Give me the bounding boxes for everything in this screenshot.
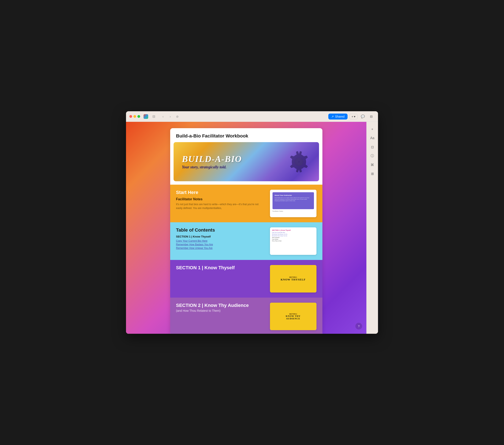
toc-section1-label: SECTION 1 | Know Thyself — [176, 235, 266, 238]
browser-window: ⊟ ‹ › ⊘ ↗ Shared + ▾ 💬 ⊟ Build-a- — [126, 111, 378, 334]
toc-section: Table of Contents SECTION 1 | Know Thyse… — [170, 222, 323, 260]
close-button[interactable] — [129, 115, 132, 118]
thumb-footer-label: Facilitator Notes — [272, 209, 314, 212]
section2-content: SECTION 2 | Know Thy Audience (and How T… — [176, 303, 266, 312]
thumb-toc-item-1: Copy Your Current Bio Here — [272, 232, 314, 233]
toc-item-3[interactable]: Remember How Unique You Are — [176, 247, 266, 250]
hero-text: BUILD-A-BIO Your story, strategically to… — [182, 154, 242, 169]
traffic-lights — [129, 115, 140, 118]
minimize-button[interactable] — [133, 115, 136, 118]
share-icon: ↗ — [331, 115, 334, 118]
refresh-button[interactable]: ⊘ — [174, 113, 180, 119]
add-button[interactable]: + ▾ — [349, 114, 358, 119]
hero-subtitle: Your story, strategically told. — [182, 165, 242, 169]
svg-point-0 — [294, 157, 303, 166]
start-here-preview: About Your Instructor Anita Stubenvoll i… — [270, 190, 317, 217]
hero-title: BUILD-A-BIO — [182, 154, 242, 164]
thumb-toc-section-label: SECTION 1 | Know Thyself — [272, 229, 314, 231]
start-here-section: Start Here Facilitator Notes It's not ju… — [170, 185, 323, 222]
thumb-toc-item-2: Remember How Badass You Are — [272, 234, 314, 235]
thumb-s2-title: KNOW THY AUDIENCE — [286, 315, 300, 320]
title-bar-right: ↗ Shared + ▾ 💬 ⊟ — [328, 113, 375, 120]
thumb-toc-item-6: Pick a Place to Start — [272, 240, 314, 241]
section2-title: SECTION 2 | Know Thy Audience — [176, 303, 266, 308]
nav-buttons: ‹ › ⊘ — [160, 113, 180, 119]
section1-preview: SECTION 1 KNOW THYSELF — [270, 265, 317, 293]
maximize-button[interactable] — [137, 115, 140, 118]
section1-thumb-content: SECTION 1 KNOW THYSELF — [270, 265, 317, 293]
forward-button[interactable]: › — [167, 113, 173, 119]
thumb-toc-item-5: Case Studies — [272, 239, 314, 240]
comment-button[interactable]: 💬 — [360, 113, 366, 120]
toc-item-2[interactable]: Remember How Badass You Are — [176, 243, 266, 246]
start-here-title: Start Here — [176, 190, 266, 195]
image-button[interactable]: ⊡ — [368, 143, 376, 151]
thumb-toc-item-3: Remember How Unique You Are — [272, 235, 314, 237]
thumb-s1-label: SECTION 1 — [289, 277, 297, 278]
document: Build-a-Bio Facilitator Workbook BUILD-A… — [170, 128, 323, 334]
facilitator-notes-text: It's not just that bios are hard to writ… — [176, 203, 266, 210]
thumb-about-text: Anita Stubenvoll is an ex-Apple creative… — [275, 197, 312, 202]
thumb-toc-item-4: Seek Inspiration — [272, 237, 314, 238]
section1-content: SECTION 1 | Know Thyself — [176, 265, 266, 271]
back-button[interactable]: ‹ — [160, 113, 166, 119]
grid-button[interactable]: ⊞ — [368, 170, 376, 178]
section2-preview: SECTION 2 KNOW THY AUDIENCE — [270, 303, 317, 330]
help-button[interactable]: ? — [355, 323, 362, 330]
section2-card: SECTION 2 | Know Thy Audience (and How T… — [170, 297, 323, 334]
thumb-s1-title: KNOW THYSELF — [281, 278, 306, 281]
section2-thumb-content: SECTION 2 KNOW THY AUDIENCE — [270, 303, 317, 330]
thumb-about-title: About Your Instructor — [275, 194, 312, 196]
toc-title: Table of Contents — [176, 227, 266, 233]
right-toolbar: + Aa ⊡ ⓘ ⌘ ⊞ — [366, 122, 378, 334]
plus-icon: + — [352, 115, 353, 118]
shared-button[interactable]: ↗ Shared — [328, 113, 348, 119]
thumb-s2-label: SECTION 2 — [289, 313, 297, 315]
title-bar: ⊟ ‹ › ⊘ ↗ Shared + ▾ 💬 ⊟ — [126, 111, 378, 122]
view-toggle-button[interactable]: ⊟ — [368, 113, 375, 120]
section1-card: SECTION 1 | Know Thyself SECTION 1 KNOW … — [170, 260, 323, 297]
toc-preview: SECTION 1 | Know Thyself Copy Your Curre… — [270, 227, 317, 255]
hero-banner: BUILD-A-BIO Your story, strategically to… — [174, 142, 319, 181]
start-thumb-content: About Your Instructor Anita Stubenvoll i… — [270, 190, 317, 217]
sidebar-toggle[interactable]: ⊟ — [151, 113, 157, 119]
info-button[interactable]: ⓘ — [368, 152, 376, 160]
main-area: Build-a-Bio Facilitator Workbook BUILD-A… — [126, 122, 378, 334]
start-here-content: Start Here Facilitator Notes It's not ju… — [176, 190, 266, 210]
add-element-button[interactable]: + — [368, 125, 376, 133]
font-button[interactable]: Aa — [368, 134, 376, 142]
toc-thumb-content: SECTION 1 | Know Thyself Copy Your Curre… — [270, 227, 317, 255]
toc-item-1[interactable]: Copy Your Current Bio Here — [176, 240, 266, 242]
facilitator-notes-label: Facilitator Notes — [176, 197, 266, 201]
document-title: Build-a-Bio Facilitator Workbook — [170, 128, 323, 142]
chevron-icon: ▾ — [354, 115, 355, 118]
toc-content: Table of Contents SECTION 1 | Know Thyse… — [176, 227, 266, 250]
app-icon — [144, 114, 148, 119]
gear-icon — [287, 150, 310, 173]
shared-label: Shared — [335, 115, 345, 118]
shortcut-button[interactable]: ⌘ — [368, 161, 376, 169]
section1-title: SECTION 1 | Know Thyself — [176, 265, 266, 271]
content-background: Build-a-Bio Facilitator Workbook BUILD-A… — [126, 122, 366, 334]
section2-subtitle: (and How Thou Relatest to Them) — [176, 309, 266, 312]
